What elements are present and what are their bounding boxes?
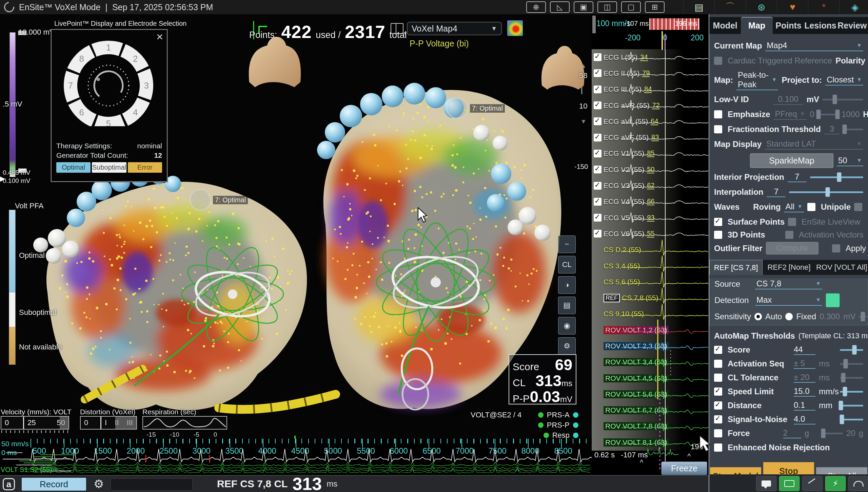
fractionation-checkbox[interactable] — [714, 125, 722, 133]
channel-checkbox[interactable] — [594, 86, 601, 93]
panel-tab[interactable]: Model — [709, 17, 741, 34]
system-tool-icon[interactable]: ⊛ — [746, 0, 777, 14]
signal-channel-row[interactable]: CS 5,6 (55) — [592, 274, 709, 290]
chevron-up-icon[interactable]: ^ — [687, 452, 691, 461]
livepoint-tag[interactable]: 7: Optimal — [190, 189, 248, 210]
viewport-tool-icon[interactable]: CL — [558, 256, 576, 273]
annotation-field[interactable] — [111, 478, 193, 491]
channel-checkbox[interactable] — [594, 101, 601, 109]
close-icon[interactable]: ✕ — [156, 32, 163, 42]
range-down-icon[interactable]: ▼ — [580, 118, 587, 125]
livepoint-status-button[interactable]: Optimal — [56, 162, 91, 173]
system-tool-icon[interactable]: ▤ — [683, 0, 714, 14]
signal-channel-row[interactable]: ROV VOLT 3,4 (63) — [592, 354, 709, 370]
range-up-icon[interactable]: ▲ — [580, 62, 587, 70]
signal-channel-row[interactable]: ECG V3 (55) 62 — [592, 177, 709, 193]
reference-tab[interactable]: REF2 [None] — [763, 260, 815, 275]
map-3d-viewport[interactable]: 10.000 mV .5 mV 0.455 mV 0.100 mV ▶ Live… — [0, 14, 592, 439]
panel-tab[interactable]: Review — [836, 17, 868, 34]
signal-channel-row[interactable]: ROV VOLT 4,5 (63) — [592, 370, 709, 386]
channel-checkbox[interactable] — [594, 230, 601, 238]
signal-channel-row[interactable]: ECG aVF (55) 83 — [592, 129, 709, 145]
detection-dropdown[interactable]: Max▼ — [755, 295, 822, 306]
map-display-dropdown[interactable]: Standard LAT▼ — [765, 139, 863, 150]
livepoint-tag[interactable]: 7: Optimal — [447, 98, 505, 119]
system-tool-icon[interactable]: * — [808, 0, 839, 14]
map-type-dropdown[interactable]: Peak-to-Peak▼ — [736, 70, 778, 90]
waves-roving-dropdown[interactable]: All▼ — [784, 202, 804, 212]
channel-checkbox[interactable] — [594, 69, 601, 77]
channel-checkbox[interactable] — [594, 198, 601, 206]
threshold-value[interactable]: 4.0 — [794, 414, 815, 424]
viewport-tool-icon[interactable]: ◑ — [558, 276, 576, 294]
channel-checkbox[interactable] — [594, 166, 601, 173]
viewport-tool-icon[interactable]: ~ — [558, 235, 576, 253]
livepoint-status-button[interactable]: Error — [128, 162, 162, 173]
channel-checkbox[interactable] — [594, 214, 601, 222]
bipole-checkbox[interactable] — [854, 203, 862, 211]
titlebar-tool-icon[interactable]: ⊕ — [526, 1, 546, 13]
current-map-dropdown[interactable]: Map4▼ — [765, 40, 863, 51]
interior-projection-value[interactable]: 7 — [788, 172, 807, 182]
threshold-checkbox[interactable] — [714, 360, 722, 368]
system-tool-icon[interactable]: ♥ — [777, 0, 808, 14]
unipole-checkbox[interactable] — [807, 203, 815, 211]
detection-color-swatch[interactable] — [826, 293, 840, 307]
3d-points-checkbox[interactable] — [714, 231, 722, 239]
reference-tab[interactable]: REF [CS 7,8] — [709, 260, 763, 275]
sparklemap-button[interactable]: SparkleMap — [750, 153, 833, 168]
emphasize-slider[interactable] — [818, 114, 838, 115]
titlebar-tool-icon[interactable]: ◺ — [550, 1, 570, 13]
threshold-checkbox[interactable] — [714, 401, 722, 410]
sparklemap-value-dropdown[interactable]: 50▼ — [837, 155, 863, 166]
titlebar-tool-icon[interactable]: ⊞ — [645, 1, 665, 13]
threshold-slider[interactable] — [840, 363, 863, 365]
threshold-slider[interactable] — [840, 405, 863, 406]
sensitivity-fixed-radio[interactable] — [785, 313, 793, 320]
emphasize-dropdown[interactable]: PFreq▼ — [773, 109, 806, 120]
apply-checkbox[interactable] — [832, 244, 840, 252]
reference-tab[interactable]: ROV [VOLT All] — [815, 260, 868, 275]
threshold-checkbox[interactable] — [714, 429, 722, 437]
viewport-tool-icon[interactable]: ◉ — [558, 317, 576, 335]
freeze-button[interactable]: Freeze — [661, 461, 707, 475]
threshold-value[interactable]: ± 20 — [794, 373, 815, 383]
signal-channel-row[interactable]: ROV VOLT 6,7 (63) — [592, 402, 709, 418]
threshold-checkbox[interactable] — [714, 415, 722, 423]
threshold-value[interactable]: 44 — [794, 345, 815, 355]
timeline-speed[interactable]: 50 mm/s — [1, 439, 29, 448]
interpolation-value[interactable]: 7 — [767, 187, 786, 197]
lowv-id-slider[interactable] — [823, 99, 863, 100]
livepoint-status-button[interactable]: Suboptimal — [92, 162, 126, 173]
enhanced-noise-checkbox[interactable] — [714, 443, 722, 452]
titlebar-tool-icon[interactable]: ▣ — [574, 1, 593, 13]
threshold-slider[interactable] — [840, 419, 863, 420]
emphasize-checkbox[interactable] — [714, 110, 722, 118]
channel-checkbox[interactable] — [594, 53, 601, 61]
review-timeline[interactable]: 50 mm/s 0 ms 500100015002000250030003500… — [0, 439, 592, 475]
threshold-value[interactable]: 0.1 — [794, 400, 815, 411]
signal-channel-row[interactable]: ROV VOLT 5,6 (63) — [592, 386, 709, 402]
toolbar-action-icon[interactable] — [756, 476, 776, 491]
signal-channel-row[interactable]: ROV VOLT 7,8 (63) — [592, 418, 709, 434]
sensitivity-value[interactable]: 0.300 — [820, 312, 840, 321]
map-selector-dropdown[interactable]: VoXel Map4 ▼ — [407, 22, 502, 35]
toolbar-action-icon[interactable] — [848, 476, 868, 491]
record-button[interactable]: Record — [22, 478, 86, 491]
fractionation-value[interactable]: 3 — [824, 124, 840, 134]
signal-channel-row[interactable]: ROV VOLT 2,3 (63) — [592, 338, 709, 354]
distortion-meter[interactable]: 0 IIIIII — [80, 416, 137, 430]
cardiac-triggered-checkbox[interactable] — [714, 57, 722, 65]
sweep-slider[interactable] — [592, 16, 596, 33]
threshold-value[interactable]: 15.0 — [794, 386, 815, 397]
threshold-slider[interactable] — [840, 391, 863, 393]
compute-button[interactable]: Compute — [766, 242, 818, 254]
threshold-slider[interactable] — [840, 349, 863, 351]
channel-checkbox[interactable] — [594, 150, 601, 157]
titlebar-tool-icon[interactable]: ◫ — [597, 1, 617, 13]
signal-channel-row[interactable]: REF CS 7,8 (55) — [592, 290, 709, 306]
threshold-slider[interactable] — [840, 377, 863, 379]
threshold-value[interactable]: 2 — [783, 428, 801, 438]
viewport-tool-icon[interactable]: ⚙ — [558, 337, 576, 355]
map-thumbnail[interactable] — [507, 20, 523, 36]
